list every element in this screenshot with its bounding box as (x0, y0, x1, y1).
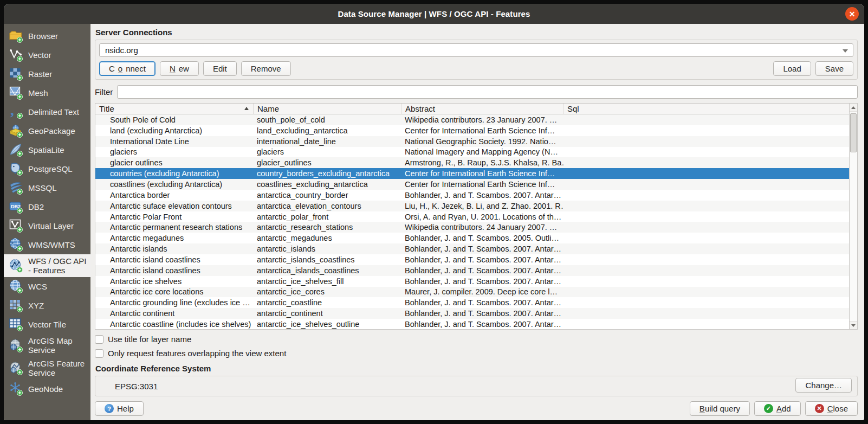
table-row[interactable]: Antarctic islandsantarctic_islandsBohlan… (95, 243, 849, 254)
sidebar-item-label: Browser (28, 31, 89, 41)
table-row[interactable]: Antarctic ice shelvesantarctic_ice_shelv… (95, 276, 849, 287)
sidebar-item-browser[interactable]: Browser (4, 27, 90, 46)
window-close-button[interactable]: ✕ (845, 7, 859, 21)
cell-title: coastlines (excluding Antarctica) (95, 180, 254, 189)
table-row[interactable]: Antarctic suface elevation contoursantar… (95, 201, 849, 211)
sidebar-item-virtual-layer[interactable]: Virtual Layer (4, 216, 90, 235)
table-row[interactable]: coastlines (excluding Antarctica)coastli… (95, 179, 849, 190)
sidebar-item-xyz[interactable]: XYZ (4, 296, 90, 315)
sidebar-item-label: GeoPackage (28, 126, 89, 136)
sidebar-item-spatialite[interactable]: SpatiaLite (4, 140, 90, 159)
only-overlapping-checkbox-row[interactable]: Only request features overlapping the vi… (95, 349, 858, 358)
server-connections-heading: Server Connections (95, 28, 858, 37)
sidebar-item-arcgis-map-service[interactable]: ArcGIS Map Service (4, 334, 90, 357)
only-overlapping-checkbox[interactable] (95, 349, 103, 358)
scrollbar-track[interactable] (850, 112, 857, 321)
help-button[interactable]: ?Help (95, 401, 144, 416)
x-icon: ✕ (815, 404, 824, 413)
cell-title: Antarctic suface elevation contours (95, 202, 254, 210)
table-row[interactable]: glacier outlinesglacier_outlinesArmstron… (95, 157, 849, 168)
table-row[interactable]: Antarctic ice core locationsantarctic_ic… (95, 287, 849, 298)
column-header-name[interactable]: Name (254, 104, 401, 114)
only-overlapping-label: Only request features overlapping the vi… (108, 349, 286, 358)
cell-name: antarctic_megadunes (254, 234, 401, 242)
filter-input[interactable] (117, 85, 858, 99)
sidebar-item-db2[interactable]: DB2DB2 (4, 197, 90, 216)
column-header-abstract[interactable]: Abstract (401, 104, 563, 114)
cell-name: antarctic_islands (254, 245, 401, 253)
column-header-sql[interactable]: Sql (563, 104, 849, 114)
sidebar-item-wfs-ogc-api-features[interactable]: WFS / OGC API - Features (4, 254, 90, 277)
cell-title: Antarctic megadunes (95, 234, 254, 242)
table-row[interactable]: glaciersglaciersNational Imagery and Map… (95, 147, 849, 158)
sidebar-item-label: Virtual Layer (28, 221, 89, 230)
titlebar[interactable]: Data Source Manager | WFS / OGC API - Fe… (4, 4, 864, 24)
cell-abstract: Center for International Earth Science I… (401, 126, 563, 135)
sidebar-item-arcgis-feature-service[interactable]: ArcGIS Feature Service (4, 357, 90, 380)
table-row[interactable]: Antarctic megadunesantarctic_megadunesBo… (95, 233, 849, 243)
sidebar-item-delimited-text[interactable]: ,Delimited Text (4, 102, 90, 121)
cell-title: International Date Line (95, 137, 254, 146)
table-row[interactable]: Antarctic island coastlinesantarctic_isl… (95, 254, 849, 265)
remove-button[interactable]: Remove (241, 61, 291, 76)
crs-group: EPSG:3031 Change… (95, 376, 858, 396)
wfs-icon (9, 259, 23, 273)
sidebar-item-label: SpatiaLite (28, 145, 89, 155)
table-row[interactable]: countries (excluding Antarctica)country_… (95, 168, 849, 179)
scroll-up-icon[interactable] (850, 104, 857, 112)
table-vertical-scrollbar[interactable] (849, 104, 857, 329)
build-query-button[interactable]: Build query (690, 401, 750, 416)
crs-change-button[interactable]: Change… (795, 378, 852, 393)
cell-title: countries (excluding Antarctica) (95, 169, 254, 178)
new-button[interactable]: New (160, 61, 199, 76)
help-icon: ? (105, 404, 114, 413)
sidebar-item-wcs[interactable]: WCS (4, 277, 90, 296)
sidebar-item-vector[interactable]: Vector (4, 46, 90, 65)
cell-abstract: Liu, H., K. Jezek, B. Li, and Z. Zhao. 2… (401, 202, 563, 210)
cell-abstract: Wikipedia contributors. 23 January 2007.… (401, 115, 563, 124)
table-row[interactable]: Antarctic continentantarctic_continentBo… (95, 308, 849, 319)
sidebar-item-raster[interactable]: Raster (4, 65, 90, 83)
save-button[interactable]: Save (815, 61, 853, 76)
postgres-icon (9, 162, 23, 176)
edit-button[interactable]: Edit (203, 61, 237, 76)
cell-title: Antarctica border (95, 191, 254, 200)
use-title-checkbox-row[interactable]: Use title for layer name (95, 335, 858, 344)
sidebar-item-wms-wmts[interactable]: WMS/WMTS (4, 235, 90, 254)
tile-icon (9, 317, 23, 332)
cell-title: Antarctic island coastlines (95, 266, 254, 275)
cell-abstract: Bohlander, J. and T. Scambos. 2007. Anta… (401, 309, 563, 318)
sidebar-item-mesh[interactable]: Mesh (4, 83, 90, 102)
cell-name: glaciers (254, 147, 401, 156)
table-row[interactable]: Antarctic coastline (includes ice shelve… (95, 319, 849, 329)
sidebar-item-label: Vector (28, 50, 89, 60)
comma-icon: , (9, 105, 23, 119)
sidebar-item-label: WFS / OGC API - Features (28, 256, 89, 275)
connect-button[interactable]: Connect (99, 61, 156, 76)
crs-value: EPSG:3031 (115, 382, 158, 391)
sidebar-item-vector-tile[interactable]: Vector Tile (4, 315, 90, 334)
add-button[interactable]: ✓Add (754, 401, 801, 416)
use-title-checkbox[interactable] (95, 335, 103, 344)
sidebar-item-geopackage[interactable]: GeoPackage (4, 121, 90, 140)
column-header-title[interactable]: Title (95, 104, 254, 114)
sidebar-item-postgresql[interactable]: PostgreSQL (4, 159, 90, 178)
table-row[interactable]: land (excluding Antarctica)land_excludin… (95, 125, 849, 136)
table-row[interactable]: Antarctica borderantarctica_country_bord… (95, 190, 849, 201)
table-row[interactable]: International Date Lineinternational_dat… (95, 136, 849, 147)
cell-abstract: Bohlander, J. and T. Scambos. 2007. Anta… (401, 245, 563, 253)
close-button[interactable]: ✕Close (805, 401, 858, 416)
table-row[interactable]: Antarctic island coastlinesantarctica_is… (95, 265, 849, 276)
scroll-down-icon[interactable] (850, 321, 857, 329)
table-row[interactable]: Antarctic Polar Frontantarctic_polar_fro… (95, 211, 849, 222)
svg-text:,: , (10, 105, 14, 118)
sidebar-item-geonode[interactable]: GeoNode (4, 380, 90, 399)
scrollbar-thumb[interactable] (850, 113, 857, 152)
table-row[interactable]: South Pole of Coldsouth_pole_of_coldWiki… (95, 114, 849, 125)
table-row[interactable]: Antarctic permanent research stationsant… (95, 222, 849, 233)
connection-select[interactable]: nsidc.org (99, 43, 853, 57)
load-button[interactable]: Load (773, 61, 811, 76)
table-row[interactable]: Antarctic grounding line (excludes ice …… (95, 297, 849, 308)
sidebar-item-mssql[interactable]: MSSQL (4, 178, 90, 197)
cell-name: antarctic_coastline (254, 298, 401, 307)
